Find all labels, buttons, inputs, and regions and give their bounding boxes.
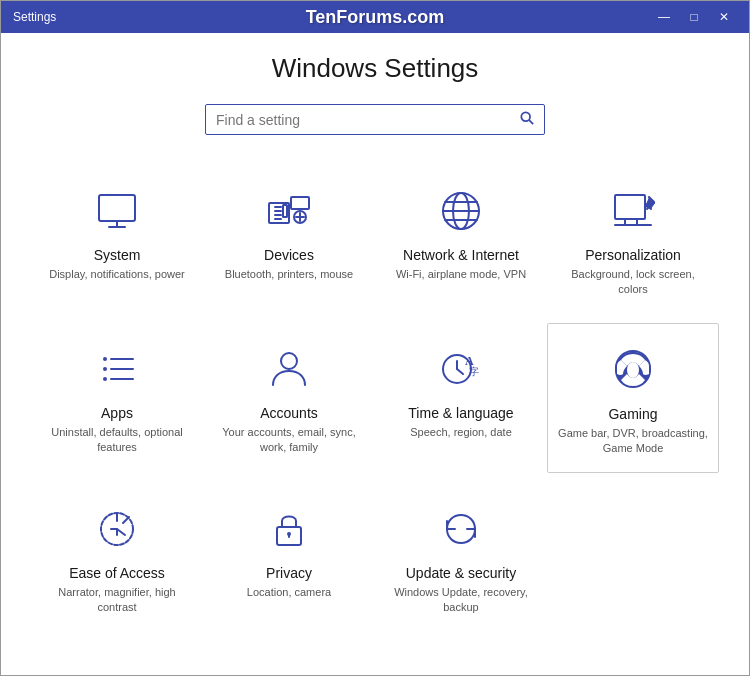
- system-desc: Display, notifications, power: [49, 267, 185, 282]
- empty-cell: [547, 483, 719, 631]
- network-title: Network & Internet: [403, 247, 519, 263]
- personalization-title: Personalization: [585, 247, 681, 263]
- svg-line-37: [457, 369, 463, 374]
- maximize-button[interactable]: □: [681, 7, 707, 27]
- privacy-desc: Location, camera: [247, 585, 331, 600]
- settings-item-apps[interactable]: AppsUninstall, defaults, optional featur…: [31, 323, 203, 473]
- ease-icon: [91, 503, 143, 555]
- svg-line-44: [123, 517, 129, 523]
- svg-rect-6: [291, 197, 309, 209]
- svg-point-34: [281, 353, 297, 369]
- settings-item-gaming[interactable]: GamingGame bar, DVR, broadcasting, Game …: [547, 323, 719, 473]
- settings-item-personalization[interactable]: PersonalizationBackground, lock screen, …: [547, 165, 719, 313]
- update-desc: Windows Update, recovery, backup: [385, 585, 537, 616]
- personalization-desc: Background, lock screen, colors: [557, 267, 709, 298]
- update-icon: [435, 503, 487, 555]
- gaming-desc: Game bar, DVR, broadcasting, Game Mode: [558, 426, 708, 457]
- settings-item-devices[interactable]: DevicesBluetooth, printers, mouse: [203, 165, 375, 313]
- search-input[interactable]: [216, 112, 520, 128]
- devices-title: Devices: [264, 247, 314, 263]
- svg-point-0: [521, 112, 530, 121]
- settings-item-network[interactable]: Network & InternetWi-Fi, airplane mode, …: [375, 165, 547, 313]
- main-content: Windows Settings SystemDisplay, notifica…: [1, 33, 749, 675]
- accounts-icon: [263, 343, 315, 395]
- ease-desc: Narrator, magnifier, high contrast: [41, 585, 193, 616]
- accounts-desc: Your accounts, email, sync, work, family: [213, 425, 365, 456]
- time-desc: Speech, region, date: [410, 425, 512, 440]
- svg-line-1: [529, 120, 533, 124]
- svg-point-29: [103, 367, 107, 371]
- apps-desc: Uninstall, defaults, optional features: [41, 425, 193, 456]
- gaming-title: Gaming: [608, 406, 657, 422]
- accounts-title: Accounts: [260, 405, 318, 421]
- close-button[interactable]: ✕: [711, 7, 737, 27]
- svg-point-47: [287, 532, 291, 536]
- svg-point-28: [103, 357, 107, 361]
- time-title: Time & language: [408, 405, 513, 421]
- system-title: System: [94, 247, 141, 263]
- titlebar-controls: — □ ✕: [651, 7, 737, 27]
- svg-rect-20: [615, 195, 645, 219]
- titlebar-title: Settings: [13, 10, 56, 24]
- time-icon: A 字: [435, 343, 487, 395]
- page-title: Windows Settings: [31, 53, 719, 84]
- settings-item-ease[interactable]: Ease of AccessNarrator, magnifier, high …: [31, 483, 203, 631]
- titlebar: Settings TenForums.com — □ ✕: [1, 1, 749, 33]
- settings-window: Settings TenForums.com — □ ✕ Windows Set…: [0, 0, 750, 676]
- settings-item-time[interactable]: A 字 Time & languageSpeech, region, date: [375, 323, 547, 473]
- ease-title: Ease of Access: [69, 565, 165, 581]
- search-bar[interactable]: [205, 104, 545, 135]
- svg-text:字: 字: [469, 366, 479, 377]
- privacy-title: Privacy: [266, 565, 312, 581]
- svg-rect-2: [99, 195, 135, 221]
- gaming-icon: [607, 344, 659, 396]
- settings-item-accounts[interactable]: AccountsYour accounts, email, sync, work…: [203, 323, 375, 473]
- network-icon: [435, 185, 487, 237]
- minimize-button[interactable]: —: [651, 7, 677, 27]
- update-title: Update & security: [406, 565, 517, 581]
- privacy-icon: [263, 503, 315, 555]
- system-icon: [91, 185, 143, 237]
- settings-grid: SystemDisplay, notifications, power Devi…: [31, 165, 719, 630]
- settings-item-privacy[interactable]: PrivacyLocation, camera: [203, 483, 375, 631]
- apps-icon: [91, 343, 143, 395]
- apps-title: Apps: [101, 405, 133, 421]
- search-icon: [520, 111, 534, 128]
- devices-desc: Bluetooth, printers, mouse: [225, 267, 353, 282]
- settings-item-update[interactable]: Update & securityWindows Update, recover…: [375, 483, 547, 631]
- settings-item-system[interactable]: SystemDisplay, notifications, power: [31, 165, 203, 313]
- personalization-icon: [607, 185, 659, 237]
- devices-icon: [263, 185, 315, 237]
- svg-rect-14: [283, 205, 287, 217]
- network-desc: Wi-Fi, airplane mode, VPN: [396, 267, 526, 282]
- svg-point-41: [627, 362, 639, 378]
- svg-point-30: [103, 377, 107, 381]
- watermark: TenForums.com: [306, 7, 445, 28]
